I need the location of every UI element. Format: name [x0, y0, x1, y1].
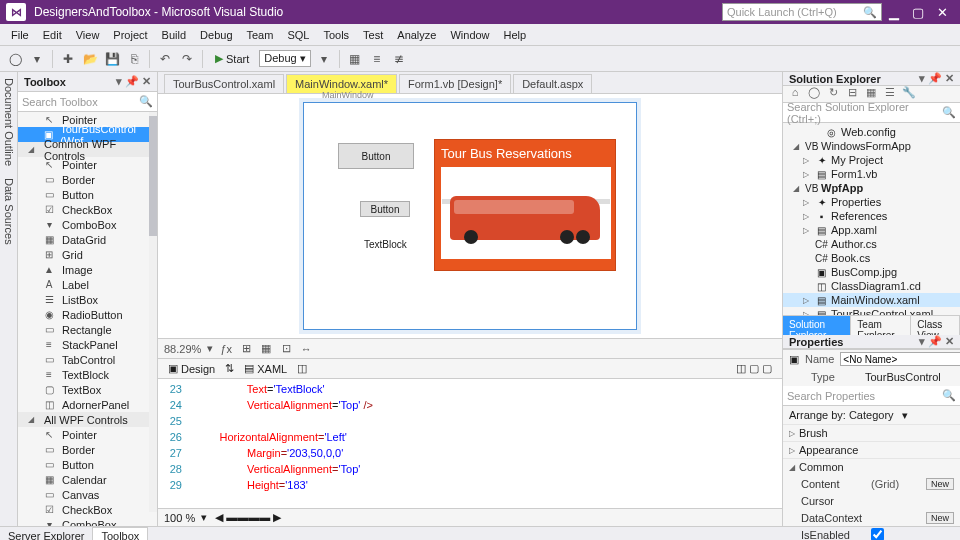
restore-button[interactable]: ▢ [906, 5, 930, 20]
design-button-1[interactable]: Button [338, 143, 414, 169]
menu-window[interactable]: Window [443, 27, 496, 43]
tourbus-control[interactable]: Tour Bus Reservations [434, 139, 616, 271]
cat-common[interactable]: Common [783, 458, 960, 475]
split-icon[interactable]: ◫ [297, 362, 307, 375]
menu-view[interactable]: View [69, 27, 107, 43]
new-button[interactable]: New [926, 478, 954, 490]
toolbox-item[interactable]: ALabel [18, 277, 157, 292]
toolbox-item[interactable]: ≡StackPanel [18, 337, 157, 352]
menu-help[interactable]: Help [497, 27, 534, 43]
tab-solution-explorer[interactable]: Solution Explorer [783, 316, 851, 335]
nav-fwd-button[interactable]: ▾ [28, 50, 46, 68]
toolbox-group-header[interactable]: All WPF Controls [18, 412, 157, 427]
tab-class-view[interactable]: Class View [911, 316, 960, 335]
grid-icon[interactable]: ⊞ [239, 342, 253, 355]
tree-node[interactable]: ▷▤MainWindow.xaml [783, 293, 960, 307]
window-artboard[interactable]: MainWindow Button Button TextBlock Tour … [303, 102, 637, 330]
toolbox-item[interactable]: ▭Rectangle [18, 322, 157, 337]
toolbox-item[interactable]: ▭Canvas [18, 487, 157, 502]
snap2-icon[interactable]: ⊡ [279, 342, 293, 355]
property-row[interactable]: Cursor [783, 492, 960, 509]
name-input[interactable] [840, 352, 960, 366]
property-row[interactable]: DataContextNew [783, 509, 960, 526]
toolbox-item[interactable]: ▲Image [18, 262, 157, 277]
tree-node[interactable]: C#Book.cs [783, 251, 960, 265]
expand-icon[interactable]: ◫ ▢ ▢ [736, 362, 772, 375]
platform-select[interactable]: ▾ [315, 50, 333, 68]
menu-team[interactable]: Team [240, 27, 281, 43]
dropdown-icon[interactable]: ▾ [116, 75, 122, 88]
config-select[interactable]: Debug ▾ [259, 50, 310, 67]
uncomment-icon[interactable]: ≢ [390, 50, 408, 68]
toolbox-item[interactable]: ◉RadioButton [18, 307, 157, 322]
menu-debug[interactable]: Debug [193, 27, 239, 43]
menu-sql[interactable]: SQL [280, 27, 316, 43]
isenabled-checkbox[interactable] [871, 528, 884, 540]
tree-node[interactable]: ▷▤TourBusControl.xaml [783, 307, 960, 315]
comment-icon[interactable]: ≡ [368, 50, 386, 68]
left-vertical-tabs[interactable]: Document OutlineData Sources [0, 72, 18, 526]
toolbox-item[interactable]: ▭Border [18, 172, 157, 187]
open-icon[interactable]: 📂 [81, 50, 99, 68]
swap-icon[interactable]: ⇅ [225, 362, 234, 375]
tab-toolbox[interactable]: Toolbox [92, 527, 148, 540]
tree-node[interactable]: ▷✦My Project [783, 153, 960, 167]
menu-edit[interactable]: Edit [36, 27, 69, 43]
design-button-2[interactable]: Button [360, 201, 410, 217]
property-row[interactable]: Content(Grid)New [783, 475, 960, 492]
close-icon[interactable]: ✕ [945, 72, 954, 85]
menu-file[interactable]: File [4, 27, 36, 43]
toolbox-item[interactable]: ▦DataGrid [18, 232, 157, 247]
tree-node[interactable]: ◎Web.config [783, 125, 960, 139]
fx-icon[interactable]: ƒx [219, 343, 233, 355]
tab-tourbuscontrol[interactable]: TourBusControl.xaml [164, 74, 284, 93]
tree-node[interactable]: ▷▪References [783, 209, 960, 223]
property-row[interactable]: IsEnabled [783, 526, 960, 540]
pin-icon[interactable]: 📌 [928, 72, 942, 85]
toolbox-item[interactable]: ▭Border [18, 442, 157, 457]
pin-icon[interactable]: 📌 [928, 335, 942, 348]
tree-node[interactable]: ◫ClassDiagram1.cd [783, 279, 960, 293]
pin-icon[interactable]: 📌 [125, 75, 139, 88]
toolbox-item[interactable]: ↖Pointer [18, 157, 157, 172]
toolbox-search-input[interactable]: Search Toolbox🔍 [18, 92, 157, 112]
toolbox-item[interactable]: ▢TextBox [18, 382, 157, 397]
tab-default[interactable]: Default.aspx [513, 74, 592, 93]
start-debug-button[interactable]: ▶Start [209, 51, 255, 66]
toolbox-item[interactable]: ▭Button [18, 187, 157, 202]
dropdown-icon[interactable]: ▾ [919, 72, 925, 85]
new-project-icon[interactable]: ✚ [59, 50, 77, 68]
toggle-icon[interactable]: ▦ [346, 50, 364, 68]
toolbox-scrollbar[interactable] [149, 112, 157, 512]
tree-node[interactable]: ▷▤Form1.vb [783, 167, 960, 181]
xaml-editor[interactable]: 23242526272829 Text='TextBlock' Vertical… [158, 378, 782, 508]
close-icon[interactable]: ✕ [142, 75, 151, 88]
tab-team-explorer[interactable]: Team Explorer [851, 316, 911, 335]
toolbox-item[interactable]: ↖Pointer [18, 427, 157, 442]
cat-brush[interactable]: Brush [783, 424, 960, 441]
guides-icon[interactable]: ↔ [299, 343, 313, 355]
toolbox-item[interactable]: ⊞Grid [18, 247, 157, 262]
dropdown-icon[interactable]: ▾ [919, 335, 925, 348]
quick-launch-input[interactable]: Quick Launch (Ctrl+Q)🔍 [722, 3, 882, 21]
tab-form1[interactable]: Form1.vb [Design] [399, 74, 511, 93]
new-button[interactable]: New [926, 512, 954, 524]
toolbox-item[interactable]: ▭Button [18, 457, 157, 472]
toolbox-item[interactable]: ◫AdornerPanel [18, 397, 157, 412]
undo-icon[interactable]: ↶ [156, 50, 174, 68]
toolbox-item[interactable]: ☰ListBox [18, 292, 157, 307]
zoom-value[interactable]: 88.29% [164, 343, 201, 355]
toolbox-item[interactable]: ▾ComboBox [18, 517, 157, 526]
tree-node[interactable]: ◢VBWindowsFormApp [783, 139, 960, 153]
props-search-input[interactable]: Search Properties🔍 [783, 386, 960, 406]
minimize-button[interactable]: ▁ [882, 5, 906, 20]
cat-appearance[interactable]: Appearance [783, 441, 960, 458]
snap-icon[interactable]: ▦ [259, 342, 273, 355]
close-icon[interactable]: ✕ [945, 335, 954, 348]
toolbox-item[interactable]: ≡TextBlock [18, 367, 157, 382]
tree-node[interactable]: ▷▤App.xaml [783, 223, 960, 237]
tab-server-explorer[interactable]: Server Explorer [0, 528, 92, 541]
toolbox-item[interactable]: ☑CheckBox [18, 202, 157, 217]
design-textblock[interactable]: TextBlock [364, 239, 407, 250]
toolbox-item[interactable]: ▾ComboBox [18, 217, 157, 232]
